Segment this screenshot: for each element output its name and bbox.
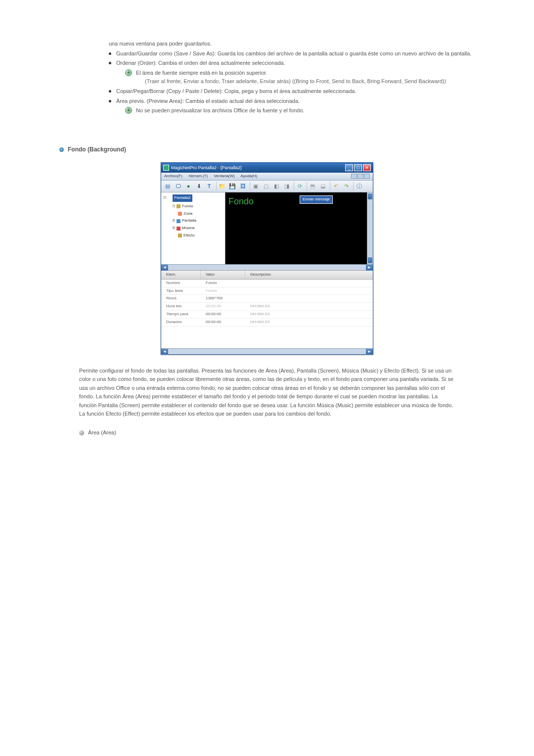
bullet-text: Ordenar (Order): Cambia el orden del áre… (116, 59, 475, 68)
grid-row[interactable]: Tipo área Fondo (161, 287, 373, 295)
toolbar-separator (294, 182, 294, 190)
menu-file[interactable]: Archivo(F) (164, 174, 182, 178)
header-valor: Valor (201, 271, 245, 279)
mdi-min[interactable] (351, 174, 357, 179)
note-text: No se pueden previsualizar los archivos … (136, 106, 304, 115)
grid-header: Elem. Valor Descripción (161, 271, 373, 280)
tool-monitor-icon[interactable]: 🖵 (174, 182, 182, 190)
section-dot-icon (59, 147, 64, 152)
tool-text-icon[interactable]: T (205, 182, 214, 190)
horizontal-scrollbar-grid[interactable]: ◄ ► (161, 348, 373, 354)
grid-row[interactable]: Nombre Fondo (161, 280, 373, 287)
sub-heading-area: Área (Area) (79, 428, 475, 437)
bullet-save: Guardar/Guardar como (Save / Save As): G… (109, 49, 475, 58)
tree-pane: ⊟ Pantalla2 ⊟Fondo Zona ⊞Pantalla ⊞Músic… (161, 192, 225, 264)
menu-help[interactable]: Ayuda(H) (241, 174, 258, 178)
tool-screen-icon[interactable]: ▤ (163, 182, 172, 190)
tree-item-fondo[interactable]: ⊟Fondo (172, 203, 224, 210)
grid-row[interactable]: Resol. 1366*768 (161, 295, 373, 303)
toolbar-separator (250, 182, 250, 190)
properties-grid: Elem. Valor Descripción Nombre Fondo Tip… (161, 270, 373, 348)
screen-icon (177, 219, 180, 223)
tool-redo-icon[interactable]: ↷ (342, 182, 351, 190)
tool-bringfront-icon[interactable]: ⬒ (308, 182, 317, 190)
close-button[interactable]: ✕ (363, 164, 371, 171)
mdi-close[interactable] (364, 174, 370, 179)
tool-sendback-icon[interactable]: ⬓ (318, 182, 327, 190)
scroll-right-arrow[interactable]: ► (366, 265, 373, 271)
mdi-max[interactable] (357, 174, 363, 179)
grid-row[interactable]: Tiempo para 00:00:00 HH:MM:SS (161, 311, 373, 319)
tree-root[interactable]: Pantalla2 (173, 194, 192, 202)
bullet-order: Ordenar (Order): Cambia el orden del áre… (109, 59, 475, 86)
bullet-icon (109, 62, 111, 64)
app-window-screenshot: MagicNetPro Pantalla2 - [Pantalla2] _ □ … (161, 162, 373, 355)
tool-save-icon[interactable]: 💾 (228, 182, 237, 190)
titlebar: MagicNetPro Pantalla2 - [Pantalla2] _ □ … (161, 163, 373, 173)
note-sub: (Traer al frente, Enviar a fondo, Traer … (145, 77, 446, 86)
toolbar-separator (307, 182, 307, 190)
tool-layer3-icon[interactable]: ◧ (272, 182, 281, 190)
tool-globe-icon[interactable]: ● (184, 182, 193, 190)
tool-layer2-icon[interactable]: ▢ (262, 182, 270, 190)
note-text: El área de fuente siempre está en la pos… (136, 69, 446, 78)
toolbar-separator (330, 182, 330, 190)
grid-empty-space (161, 327, 373, 348)
context-menu-description-list: una nueva ventana para poder guardarlos.… (109, 40, 475, 115)
scroll-left-arrow[interactable]: ◄ (161, 265, 168, 271)
tree-item-musica[interactable]: ⊞Música (172, 225, 224, 232)
bullet-text: Guardar/Guardar como (Save / Save As): G… (116, 49, 475, 58)
tree-item-pantalla[interactable]: ⊞Pantalla (172, 217, 224, 225)
zone-icon (178, 212, 182, 216)
intro-continuation: una nueva ventana para poder guardarlos. (109, 40, 475, 48)
vertical-scrollbar[interactable] (367, 192, 373, 264)
menubar: Archivo(F) Herram.(T) Ventana(W) Ayuda(H… (161, 173, 373, 181)
send-message-badge[interactable]: Enviar mensaje (300, 195, 333, 204)
grid-row[interactable]: Hora inic. 00:00:00 HH:MM:SS (161, 303, 373, 311)
tree-item-efecto[interactable]: Efecto (178, 232, 224, 239)
sub-heading-label: Área (Area) (88, 428, 116, 437)
maximize-button[interactable]: □ (354, 164, 362, 171)
scroll-right-arrow[interactable]: ► (366, 349, 373, 355)
window-title: MagicNetPro Pantalla2 - [Pantalla2] (171, 164, 344, 171)
section-title: Fondo (Background) (68, 145, 126, 154)
plus-icon: + (125, 69, 132, 76)
bullet-text: Copiar/Pegar/Borrar (Copy / Paste / Dele… (116, 87, 475, 96)
grid-row[interactable]: Duración 00:00:00 HH:MM:SS (161, 319, 373, 327)
mdi-controls (351, 174, 370, 179)
toolbar-separator (353, 182, 354, 190)
canvas-label: Fondo (228, 194, 254, 209)
bullet-copy: Copiar/Pegar/Borrar (Copy / Paste / Dele… (109, 87, 475, 96)
toolbar-separator (216, 182, 217, 190)
plus-icon: + (125, 107, 132, 114)
tool-help-icon[interactable]: ⓘ (355, 182, 363, 190)
section-heading-fondo: Fondo (Background) (59, 145, 475, 154)
tool-layer1-icon[interactable]: ▣ (251, 182, 260, 190)
app-icon (163, 165, 169, 171)
toolbar: ▤ 🖵 ● ⬇ T 📁 💾 🖼 ▣ ▢ ◧ ◨ ⟳ ⬒ ⬓ ↶ ↷ ⓘ (161, 181, 373, 192)
tool-arrow-icon[interactable]: ⬇ (194, 182, 203, 190)
minimize-button[interactable]: _ (345, 164, 353, 171)
preview-note: + No se pueden previsualizar los archivo… (125, 106, 475, 115)
bullet-text: Área previs. (Preview Area): Cambia el e… (116, 97, 475, 106)
tool-refresh-icon[interactable]: ⟳ (295, 182, 304, 190)
menu-tools[interactable]: Herram.(T) (188, 174, 208, 178)
effect-icon (178, 234, 182, 237)
bullet-preview: Área previs. (Preview Area): Cambia el e… (109, 97, 475, 115)
tool-image-icon[interactable]: 🖼 (238, 182, 247, 190)
scroll-down-arrow[interactable] (368, 257, 372, 263)
fondo-description: Permite configurar el fondo de todas las… (79, 367, 455, 419)
horizontal-scrollbar-canvas[interactable]: ◄ ► (161, 264, 373, 270)
header-elem: Elem. (161, 271, 201, 279)
scroll-left-arrow[interactable]: ◄ (161, 349, 168, 355)
work-area: ⊟ Pantalla2 ⊟Fondo Zona ⊞Pantalla ⊞Músic… (161, 192, 373, 264)
tree-item-zona[interactable]: Zona (178, 210, 224, 218)
canvas-pane[interactable]: Fondo Enviar mensaje (225, 192, 373, 264)
scroll-up-arrow[interactable] (368, 193, 372, 199)
menu-window[interactable]: Ventana(W) (214, 174, 234, 178)
bullet-icon (109, 100, 111, 102)
folder-icon (177, 204, 180, 208)
tool-undo-icon[interactable]: ↶ (331, 182, 340, 190)
tool-layer4-icon[interactable]: ◨ (282, 182, 291, 190)
tool-folder-icon[interactable]: 📁 (218, 182, 226, 190)
